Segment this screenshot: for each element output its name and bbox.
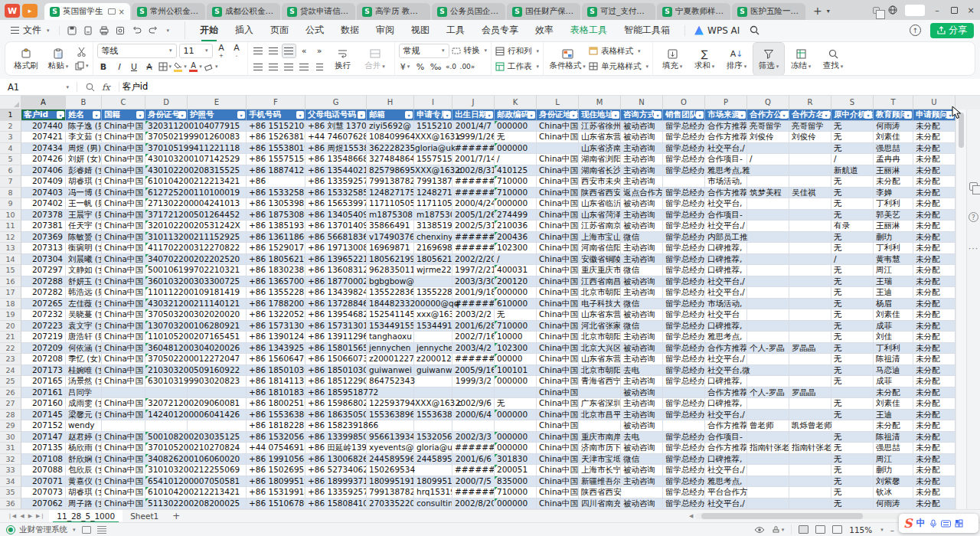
cell[interactable]: 未分配 <box>913 299 956 310</box>
sogou-logo-icon[interactable]: S <box>903 516 913 531</box>
cell[interactable] <box>747 210 789 221</box>
cell[interactable] <box>789 154 831 165</box>
cell[interactable]: 刘俊伶 <box>789 132 831 143</box>
cell[interactable]: 衡琬明 (女) <box>66 243 102 254</box>
cell[interactable]: 无 <box>831 265 874 276</box>
cell[interactable]: +86 1339985047 <box>305 432 367 443</box>
cell[interactable]: 雅思考点, <box>705 476 747 488</box>
cell[interactable]: 000000 <box>495 498 537 510</box>
cell[interactable]: 2003/2/2 <box>452 309 495 321</box>
row-header-35[interactable]: 35 <box>0 487 21 498</box>
cell[interactable]: 平台合作方 <box>705 487 747 498</box>
cell[interactable]: 未分配 <box>913 188 956 199</box>
cell[interactable] <box>188 420 247 432</box>
cell[interactable]: China中国 <box>102 454 145 466</box>
cell[interactable]: 710000 <box>495 188 537 199</box>
cell[interactable]: 无 <box>831 188 874 199</box>
cell[interactable] <box>789 354 831 365</box>
cell[interactable]: 口碑推荐, <box>705 243 747 254</box>
cell[interactable]: 207402 <box>21 198 66 210</box>
header-cell[interactable]: 邮箱▾ <box>367 109 414 121</box>
cell[interactable]: 153449155 <box>367 321 414 332</box>
cell[interactable] <box>831 387 874 399</box>
cell[interactable]: 未分配 <box>913 498 956 510</box>
cell[interactable]: +86 15536380 <box>247 410 305 421</box>
cell[interactable] <box>495 420 537 432</box>
window-tab[interactable]: S可过_支付宝+_滴滴 <box>582 3 655 20</box>
cell[interactable]: 任天宇 (女) <box>66 221 102 232</box>
cell[interactable]: / <box>831 254 874 266</box>
cell[interactable]: 社交平台, <box>705 198 747 210</box>
cell[interactable]: China中国 <box>102 232 145 243</box>
docer-icon[interactable]: ▸ <box>22 4 38 18</box>
cell[interactable]: 207208 <box>21 354 66 365</box>
page-layout-view-button[interactable] <box>815 525 825 534</box>
cell[interactable] <box>789 165 831 177</box>
row-header-5[interactable]: 5 <box>0 154 21 165</box>
cell[interactable]: 何依涵 (女) <box>66 343 102 355</box>
menubar-search-icon[interactable] <box>750 25 760 35</box>
row-header-25[interactable]: 25 <box>0 376 21 387</box>
cell[interactable]: +86 1335925706 <box>305 487 367 498</box>
cell[interactable]: 成菲 <box>874 376 913 387</box>
cell[interactable]: 207421 <box>21 132 66 143</box>
increase-font-icon[interactable]: A+ <box>215 44 228 57</box>
cell[interactable]: 200120 <box>495 276 537 288</box>
cell[interactable]: 360103200303300725 <box>145 276 188 288</box>
cell[interactable]: 无 <box>831 232 874 243</box>
cell[interactable] <box>789 254 831 266</box>
cell[interactable]: 杨欣雨 (女) <box>66 443 102 454</box>
cell[interactable]: 社交平台,/ <box>705 221 747 232</box>
add-sheet-button[interactable]: + <box>172 511 180 521</box>
cell[interactable]: 陕西省西安 <box>579 188 621 199</box>
cell[interactable]: 410125 <box>495 165 537 177</box>
worksheet-button[interactable]: 工作表▾ <box>495 59 539 74</box>
cell[interactable]: / <box>495 254 537 266</box>
cell[interactable]: 无 <box>831 332 874 343</box>
number-format-select[interactable]: 常规▾ <box>399 44 449 58</box>
cell[interactable]: +86 1370140948 <box>305 221 367 232</box>
sheet-tab-Sheet1[interactable]: Sheet1 <box>122 510 166 523</box>
format-painter-button[interactable]: 格式刷 <box>11 43 41 75</box>
filter-dropdown-icon[interactable]: ▾ <box>570 111 577 119</box>
first-sheet-icon[interactable]: ❘◀ <box>8 513 16 519</box>
cell[interactable] <box>102 387 145 399</box>
cell[interactable]: 山东省济南 <box>579 143 621 155</box>
select-all-corner[interactable] <box>0 96 21 109</box>
cell[interactable] <box>414 465 452 476</box>
window-tab[interactable]: S宁夏教师样本.xlsx <box>657 3 730 20</box>
cell[interactable]: 310103200212255069 <box>145 465 188 476</box>
cell[interactable] <box>747 398 789 410</box>
cell[interactable]: 207434 <box>21 143 66 155</box>
cell[interactable]: 207073 <box>21 487 66 498</box>
cell[interactable]: China中国 <box>537 476 579 488</box>
cell[interactable]: 留学总经办 <box>663 265 705 276</box>
align-left-icon[interactable] <box>252 60 265 74</box>
cell[interactable]: 153449155 <box>414 321 452 332</box>
cell[interactable]: 无 <box>831 287 874 299</box>
cell[interactable]: 口碑推荐, <box>705 454 747 466</box>
cell[interactable]: 留学总经办 <box>663 343 705 355</box>
cell-style-button[interactable]: 单元格样式▾ <box>589 59 648 74</box>
cell[interactable]: 去电 <box>621 365 663 377</box>
cell[interactable]: +86 1506607386 <box>305 354 367 365</box>
cell[interactable] <box>789 210 831 221</box>
menu-tab-数据[interactable]: 数据 <box>332 21 368 39</box>
row-header-33[interactable]: 33 <box>0 465 21 476</box>
cell[interactable]: 无 <box>831 465 874 476</box>
row-header-14[interactable]: 14 <box>0 254 21 266</box>
cell[interactable]: 被动咨询 <box>621 443 663 454</box>
cell[interactable]: China中国 <box>102 143 145 155</box>
cell[interactable]: 未分配 <box>913 332 956 343</box>
row-header-30[interactable]: 30 <box>0 432 21 443</box>
cell[interactable]: 山东省菏泽 <box>579 210 621 221</box>
cell[interactable]: 825798695XXX@163.c <box>367 165 414 177</box>
convert-button[interactable]: 转换▾ <box>452 44 488 58</box>
cell[interactable]: 630103199903020823 <box>145 376 188 387</box>
cell[interactable] <box>145 420 188 432</box>
header-cell[interactable]: 教育顾问▾ <box>874 109 913 121</box>
cell[interactable]: 陈祖清 <box>874 354 913 365</box>
cell[interactable]: +86 1343982452 <box>305 287 367 299</box>
header-cell[interactable]: 父母电话号码▾ <box>305 109 367 121</box>
cell[interactable]: jennychen <box>414 343 452 355</box>
